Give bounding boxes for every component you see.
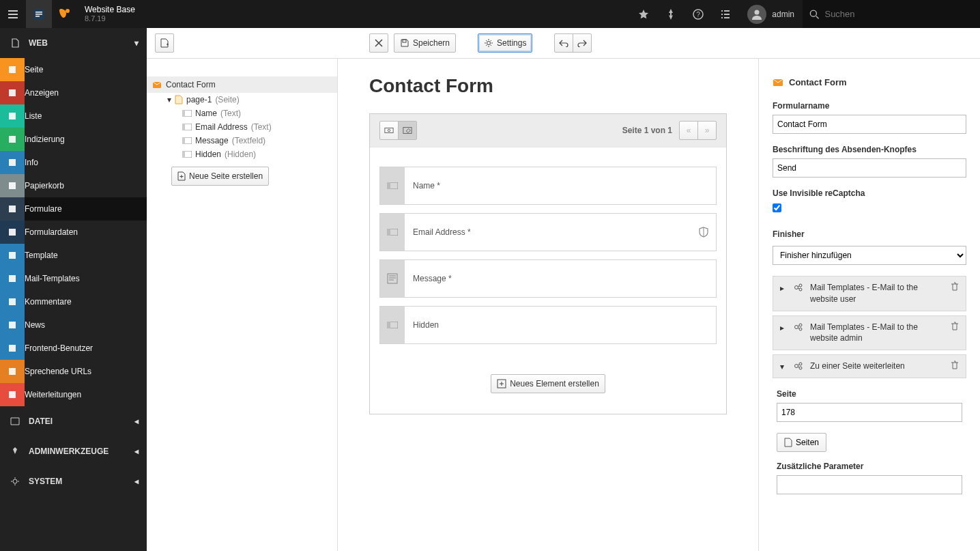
chevron-icon[interactable]: ▾ <box>780 362 788 371</box>
sidebar-item[interactable]: Info <box>0 151 147 174</box>
sidebar-item[interactable]: Kommentare <box>0 290 147 313</box>
tree-field-meta: (Text) <box>251 122 272 132</box>
chevron-icon[interactable]: ▸ <box>780 323 788 333</box>
seite-input[interactable] <box>777 403 962 422</box>
tree-field[interactable]: Message (Textfeld) <box>147 134 337 147</box>
nav-section-label: SYSTEM <box>29 477 62 486</box>
submitlabel-label: Beschriftung des Absenden-Knopfes <box>773 145 966 154</box>
cache-icon[interactable] <box>657 0 684 28</box>
preview-mode-button[interactable] <box>379 121 399 140</box>
settings-button[interactable]: Settings <box>478 33 532 53</box>
new-page-icon <box>177 171 186 181</box>
tree-field-meta: (Hidden) <box>225 150 256 159</box>
nav-item-label: Sprechende URLs <box>25 367 91 376</box>
new-button[interactable] <box>155 33 174 53</box>
nav-item-icon <box>0 290 25 313</box>
star-icon[interactable] <box>630 0 657 28</box>
prev-page-button[interactable]: « <box>679 121 698 140</box>
form-element[interactable]: Message * <box>379 259 717 298</box>
nav-item-icon <box>0 360 25 383</box>
delete-icon[interactable] <box>951 361 959 370</box>
search-box[interactable] <box>803 0 980 28</box>
finisher-label: Mail Templates - E-Mail to the website a… <box>810 322 942 345</box>
field-formname: Formularname <box>773 101 966 134</box>
sidebar-item[interactable]: Formulare <box>0 197 147 221</box>
list-icon[interactable] <box>712 0 739 28</box>
nav-item-label: Seite <box>25 65 43 74</box>
tree-root-label: Contact Form <box>166 80 216 89</box>
sidebar-item[interactable]: Mail-Templates <box>0 267 147 290</box>
chevron-icon[interactable]: ▸ <box>780 283 788 293</box>
module-icon[interactable] <box>26 0 52 28</box>
edit-mode-button[interactable] <box>398 121 417 140</box>
form-element[interactable]: Name * <box>379 167 717 205</box>
nav-item-label: News <box>25 320 45 330</box>
delete-icon[interactable] <box>951 322 959 331</box>
tree-page[interactable]: ▾ page-1 (Seite) <box>147 93 337 107</box>
element-handle[interactable] <box>380 260 405 297</box>
delete-icon[interactable] <box>951 282 959 292</box>
menu-toggle[interactable] <box>0 0 26 28</box>
pages-picker-button[interactable]: Seiten <box>777 433 826 452</box>
form-element[interactable]: Email Address * <box>379 213 717 251</box>
new-page-button[interactable]: Neue Seite erstellen <box>171 167 269 186</box>
element-handle[interactable] <box>380 214 405 251</box>
finisher-select[interactable]: Finisher hinzufügen <box>773 246 966 265</box>
form-icon <box>152 80 162 89</box>
sidebar-item[interactable]: Formulardaten <box>0 221 147 244</box>
sidebar-item[interactable]: Liste <box>0 104 147 128</box>
form-element[interactable]: Hidden <box>379 306 717 344</box>
tree-page-name: page-1 <box>186 95 212 104</box>
sidebar-item[interactable]: Weiterleitungen <box>0 383 147 406</box>
nav-section-web[interactable]: WEB ▾ <box>0 28 147 58</box>
next-page-button[interactable]: » <box>697 121 717 140</box>
sidebar-item[interactable]: Papierkorb <box>0 174 147 197</box>
nav-section-system[interactable]: SYSTEM ◂ <box>0 466 147 496</box>
new-element-button[interactable]: Neues Element erstellen <box>491 374 605 393</box>
search-input[interactable] <box>824 9 970 19</box>
finisher-item[interactable]: ▸Mail Templates - E-Mail to the website … <box>773 276 966 311</box>
tree-column: Contact Form ▾ page-1 (Seite) Name (Text… <box>147 59 338 551</box>
formname-input[interactable] <box>773 115 966 134</box>
tree-root[interactable]: Contact Form <box>147 76 337 93</box>
close-button[interactable] <box>369 33 388 53</box>
element-label: Email Address * <box>405 214 691 251</box>
pages-button-label: Seiten <box>796 438 819 447</box>
svg-rect-19 <box>9 298 16 305</box>
sidebar-item[interactable]: Seite <box>0 58 147 81</box>
sidebar-item[interactable]: Sprechende URLs <box>0 360 147 383</box>
finisher-item[interactable]: ▾Zu einer Seite weiterleiten <box>773 354 966 378</box>
svg-rect-36 <box>385 128 393 133</box>
tree-field[interactable]: Name (Text) <box>147 107 337 120</box>
page-nav-group: « » <box>679 121 717 140</box>
nav-item-label: Formulardaten <box>25 227 78 237</box>
nav-item-icon <box>0 104 25 128</box>
tree-field[interactable]: Hidden (Hidden) <box>147 147 337 161</box>
recaptcha-checkbox[interactable] <box>773 203 781 212</box>
field-icon <box>182 137 192 144</box>
redo-button[interactable] <box>573 33 592 53</box>
nav-section-adminwerkzeuge[interactable]: ADMINWERKZEUGE ◂ <box>0 436 147 466</box>
user-menu[interactable]: admin <box>739 0 803 28</box>
extra-input[interactable] <box>777 475 962 494</box>
submitlabel-input[interactable] <box>773 158 966 178</box>
help-icon[interactable]: ? <box>684 0 712 28</box>
save-button[interactable]: Speichern <box>394 33 456 53</box>
element-handle[interactable] <box>380 167 405 204</box>
svg-rect-1 <box>35 12 42 13</box>
sidebar-item[interactable]: Anzeigen <box>0 81 147 104</box>
svg-point-26 <box>487 42 491 45</box>
sidebar-item[interactable]: Frontend-Benutzer <box>0 337 147 360</box>
finisher-item[interactable]: ▸Mail Templates - E-Mail to the website … <box>773 315 966 351</box>
nav-section-datei[interactable]: DATEI ◂ <box>0 406 147 436</box>
sidebar-item[interactable]: Indizierung <box>0 128 147 151</box>
sidebar-item[interactable]: Template <box>0 244 147 267</box>
undo-button[interactable] <box>554 33 573 53</box>
nav-section-label: DATEI <box>29 416 53 426</box>
nav-item-label: Weiterleitungen <box>25 390 81 399</box>
tree-field[interactable]: Email Address (Text) <box>147 120 337 134</box>
sidebar-item[interactable]: News <box>0 313 147 337</box>
typo3-logo[interactable] <box>52 0 78 28</box>
topbar-left: Website Base 8.7.19 <box>0 0 142 28</box>
element-handle[interactable] <box>380 307 405 343</box>
